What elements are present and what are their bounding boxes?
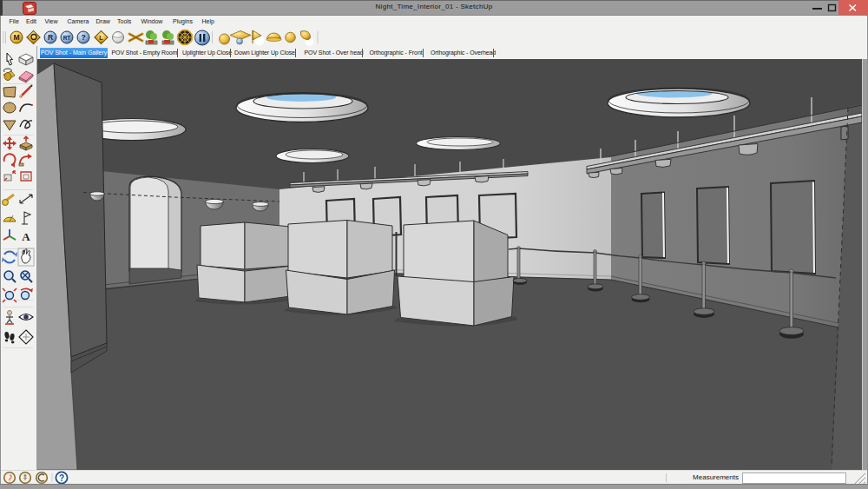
svg-text:A: A — [22, 230, 30, 243]
svg-text:L: L — [99, 35, 103, 41]
svg-text:M: M — [13, 33, 19, 42]
svg-text:?: ? — [59, 473, 64, 483]
svg-text:RT: RT — [63, 35, 71, 41]
svg-text:?: ? — [81, 33, 86, 42]
svg-text:R: R — [48, 33, 53, 42]
